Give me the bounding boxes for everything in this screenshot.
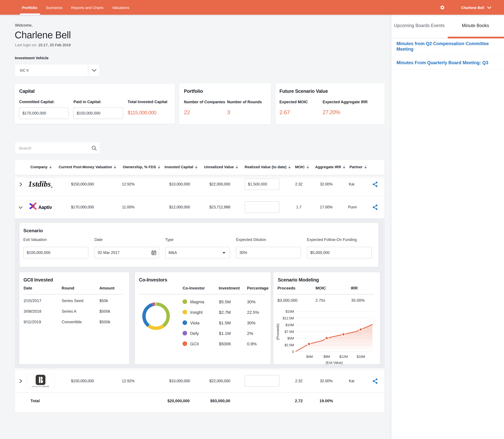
svg-text:$5M: $5M (287, 337, 294, 340)
svg-text:$8M: $8M (323, 355, 330, 359)
svg-text:$4M: $4M (306, 355, 313, 359)
svg-text:$12.5M: $12.5M (283, 317, 294, 320)
svg-text:(Proceeds): (Proceeds) (276, 324, 280, 340)
svg-text:0: 0 (292, 350, 294, 354)
svg-text:$15M: $15M (285, 310, 294, 313)
svg-text:$12M: $12M (339, 355, 348, 359)
svg-text:$7.5M: $7.5M (284, 330, 294, 334)
svg-text:$2.5M: $2.5M (284, 343, 294, 347)
svg-text:$16M: $16M (357, 355, 365, 359)
svg-text:$10M: $10M (285, 323, 294, 327)
svg-text:(Exit Value): (Exit Value) (326, 361, 343, 365)
